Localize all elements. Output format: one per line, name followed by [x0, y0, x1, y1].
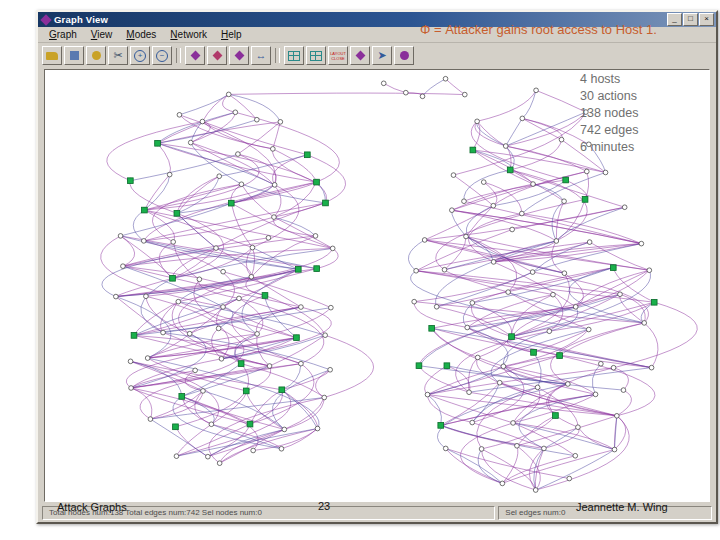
cut-icon[interactable]: ✂ — [108, 46, 128, 65]
slide-title-overlay: Φ = Attacker gains root access to Host 1… — [420, 22, 657, 37]
maximize-button[interactable]: □ — [683, 13, 698, 26]
zoom-in-icon[interactable]: + — [130, 46, 150, 65]
table-view-icon[interactable] — [284, 46, 304, 65]
menu-item[interactable]: View — [84, 29, 120, 40]
graph-stat-line: 4 hosts — [580, 71, 638, 88]
open-graph-icon[interactable] — [42, 46, 62, 65]
graph-stat-line: 6 minutes — [580, 139, 638, 156]
footer-author: Jeannette M. Wing — [576, 501, 668, 513]
graph-stat-line: 30 actions — [580, 88, 638, 105]
window-controls: _ □ × — [667, 13, 714, 26]
select-node-icon[interactable] — [185, 46, 205, 65]
fit-view-icon[interactable]: ↔ — [251, 46, 271, 65]
menu-item[interactable]: Network — [163, 29, 214, 40]
zoom-out-icon[interactable]: − — [152, 46, 172, 65]
menu-item[interactable]: Help — [214, 29, 249, 40]
select-edge-icon[interactable] — [207, 46, 227, 65]
footer-page-number: 23 — [318, 500, 330, 512]
pan-icon[interactable]: ➤ — [372, 46, 392, 65]
graph-stat-line: 742 edges — [580, 122, 638, 139]
graph-stat-line: 138 nodes — [580, 105, 638, 122]
slide: Graph View _ □ × GraphViewModesNetworkHe… — [0, 0, 720, 540]
toolbar-separator — [176, 48, 181, 63]
save-graph-icon[interactable] — [64, 46, 84, 65]
toolbar-separator — [275, 48, 280, 63]
layout-close-button[interactable]: LAYOUTCLOSE — [328, 46, 348, 65]
expand-graph-icon[interactable] — [229, 46, 249, 65]
matrix-view-icon[interactable] — [306, 46, 326, 65]
mode-icon[interactable] — [350, 46, 370, 65]
menu-item[interactable]: Modes — [119, 29, 163, 40]
close-button[interactable]: × — [699, 13, 714, 26]
graph-stats-list: 4 hosts30 actions138 nodes742 edges6 min… — [580, 71, 638, 156]
node-info-icon[interactable] — [394, 46, 414, 65]
footer-title: Attack Graphs — [57, 501, 127, 513]
app-icon — [40, 14, 51, 25]
key-icon[interactable] — [86, 46, 106, 65]
minimize-button[interactable]: _ — [667, 13, 682, 26]
menu-item[interactable]: Graph — [42, 29, 84, 40]
toolbar: ✂+−↔LAYOUTCLOSE➤ — [38, 43, 716, 68]
